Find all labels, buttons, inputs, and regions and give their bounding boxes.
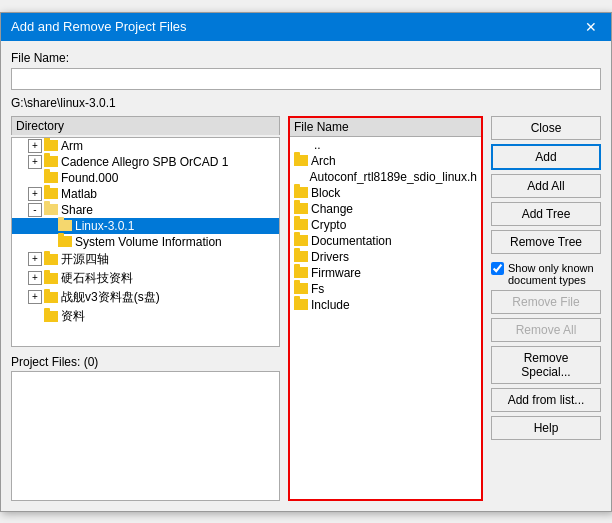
right-buttons: Close Add Add All Add Tree Remove Tree S… bbox=[491, 116, 601, 501]
expand-icon[interactable]: + bbox=[28, 187, 42, 201]
tree-item[interactable]: +战舰v3资料盘(s盘) bbox=[12, 288, 279, 307]
file-item[interactable]: Block bbox=[290, 185, 481, 201]
tree-item-label: 开源四轴 bbox=[61, 251, 109, 268]
tree-item[interactable]: -Share bbox=[12, 202, 279, 218]
file-name-input[interactable] bbox=[11, 68, 601, 90]
file-item[interactable]: Crypto bbox=[290, 217, 481, 233]
tree-item[interactable]: +硬石科技资料 bbox=[12, 269, 279, 288]
expand-icon[interactable]: - bbox=[28, 203, 42, 217]
project-files-section: Project Files: (0) bbox=[11, 355, 280, 501]
tree-item[interactable]: +Matlab bbox=[12, 186, 279, 202]
folder-icon bbox=[294, 251, 308, 262]
expand-icon[interactable]: + bbox=[28, 155, 42, 169]
file-item-label: Block bbox=[311, 186, 340, 200]
add-all-button[interactable]: Add All bbox=[491, 174, 601, 198]
tree-item-label: Matlab bbox=[61, 187, 97, 201]
path-text: G:\share\linux-3.0.1 bbox=[11, 96, 601, 110]
file-panel-border: File Name ..ArchAutoconf_rtl8189e_sdio_l… bbox=[288, 116, 483, 501]
folder-icon bbox=[44, 292, 58, 303]
close-icon[interactable]: ✕ bbox=[581, 19, 601, 35]
remove-tree-button[interactable]: Remove Tree bbox=[491, 230, 601, 254]
main-content: Directory +Arm+Cadence Allegro SPB OrCAD… bbox=[11, 116, 601, 501]
tree-item-label: Cadence Allegro SPB OrCAD 1 bbox=[61, 155, 228, 169]
file-item[interactable]: Fs bbox=[290, 281, 481, 297]
expand-icon[interactable]: + bbox=[28, 139, 42, 153]
directory-label: Directory bbox=[11, 116, 280, 135]
folder-icon bbox=[294, 299, 308, 310]
title-bar: Add and Remove Project Files ✕ bbox=[1, 13, 611, 41]
tree-item[interactable]: +Cadence Allegro SPB OrCAD 1 bbox=[12, 154, 279, 170]
tree-item-label: Found.000 bbox=[61, 171, 118, 185]
file-item[interactable]: Firmware bbox=[290, 265, 481, 281]
file-panel-header: File Name bbox=[290, 118, 481, 137]
add-from-list-button[interactable]: Add from list... bbox=[491, 388, 601, 412]
project-files-panel[interactable] bbox=[11, 371, 280, 501]
add-tree-button[interactable]: Add Tree bbox=[491, 202, 601, 226]
folder-icon bbox=[294, 219, 308, 230]
tree-item[interactable]: Found.000 bbox=[12, 170, 279, 186]
folder-icon bbox=[294, 187, 308, 198]
file-item-label: Drivers bbox=[311, 250, 349, 264]
directory-tree[interactable]: +Arm+Cadence Allegro SPB OrCAD 1Found.00… bbox=[11, 137, 280, 347]
remove-special-button[interactable]: Remove Special... bbox=[491, 346, 601, 384]
folder-icon bbox=[58, 236, 72, 247]
folder-icon bbox=[44, 273, 58, 284]
file-item[interactable]: Include bbox=[290, 297, 481, 313]
folder-icon bbox=[58, 220, 72, 231]
remove-file-button[interactable]: Remove File bbox=[491, 290, 601, 314]
folder-icon bbox=[44, 140, 58, 151]
folder-icon bbox=[44, 156, 58, 167]
folder-icon bbox=[294, 267, 308, 278]
tree-item[interactable]: Linux-3.0.1 bbox=[12, 218, 279, 234]
file-item[interactable]: Change bbox=[290, 201, 481, 217]
folder-icon bbox=[44, 188, 58, 199]
file-item-label: Documentation bbox=[311, 234, 392, 248]
file-item-label: Include bbox=[311, 298, 350, 312]
expand-icon[interactable]: + bbox=[28, 252, 42, 266]
file-item-label: Firmware bbox=[311, 266, 361, 280]
file-item-label: .. bbox=[314, 138, 321, 152]
tree-item-label: Linux-3.0.1 bbox=[75, 219, 134, 233]
folder-icon bbox=[294, 203, 308, 214]
file-item-label: Autoconf_rtl8189e_sdio_linux.h bbox=[310, 170, 477, 184]
file-item-label: Crypto bbox=[311, 218, 346, 232]
file-item-label: Arch bbox=[311, 154, 336, 168]
tree-item-label: System Volume Information bbox=[75, 235, 222, 249]
tree-item-label: 资料 bbox=[61, 308, 85, 325]
folder-icon bbox=[294, 235, 308, 246]
tree-item-label: Share bbox=[61, 203, 93, 217]
tree-item[interactable]: +Arm bbox=[12, 138, 279, 154]
folder-icon bbox=[44, 172, 58, 183]
folder-icon bbox=[44, 204, 58, 215]
dialog: Add and Remove Project Files ✕ File Name… bbox=[0, 12, 612, 512]
project-files-label: Project Files: (0) bbox=[11, 355, 280, 369]
file-item[interactable]: .. bbox=[290, 137, 481, 153]
dialog-body: File Name: G:\share\linux-3.0.1 Director… bbox=[1, 41, 611, 511]
file-item[interactable]: Arch bbox=[290, 153, 481, 169]
show-known-types-checkbox[interactable] bbox=[491, 262, 504, 275]
close-button[interactable]: Close bbox=[491, 116, 601, 140]
folder-icon bbox=[44, 311, 58, 322]
folder-icon bbox=[44, 254, 58, 265]
file-item-label: Change bbox=[311, 202, 353, 216]
file-list-panel[interactable]: ..ArchAutoconf_rtl8189e_sdio_linux.hBloc… bbox=[290, 137, 481, 499]
expand-icon[interactable]: + bbox=[28, 271, 42, 285]
tree-item[interactable]: 资料 bbox=[12, 307, 279, 326]
file-item[interactable]: Documentation bbox=[290, 233, 481, 249]
tree-item-label: 硬石科技资料 bbox=[61, 270, 133, 287]
tree-item-label: Arm bbox=[61, 139, 83, 153]
expand-icon[interactable]: + bbox=[28, 290, 42, 304]
checkbox-row: Show only known document types bbox=[491, 262, 601, 286]
file-panel-wrapper: File Name ..ArchAutoconf_rtl8189e_sdio_l… bbox=[288, 116, 483, 501]
tree-item[interactable]: System Volume Information bbox=[12, 234, 279, 250]
help-button[interactable]: Help bbox=[491, 416, 601, 440]
folder-icon bbox=[294, 155, 308, 166]
show-known-types-label: Show only known document types bbox=[508, 262, 601, 286]
file-item[interactable]: Autoconf_rtl8189e_sdio_linux.h bbox=[290, 169, 481, 185]
tree-item-label: 战舰v3资料盘(s盘) bbox=[61, 289, 160, 306]
file-name-label: File Name: bbox=[11, 51, 601, 65]
tree-item[interactable]: +开源四轴 bbox=[12, 250, 279, 269]
add-button[interactable]: Add bbox=[491, 144, 601, 170]
file-item[interactable]: Drivers bbox=[290, 249, 481, 265]
remove-all-button[interactable]: Remove All bbox=[491, 318, 601, 342]
